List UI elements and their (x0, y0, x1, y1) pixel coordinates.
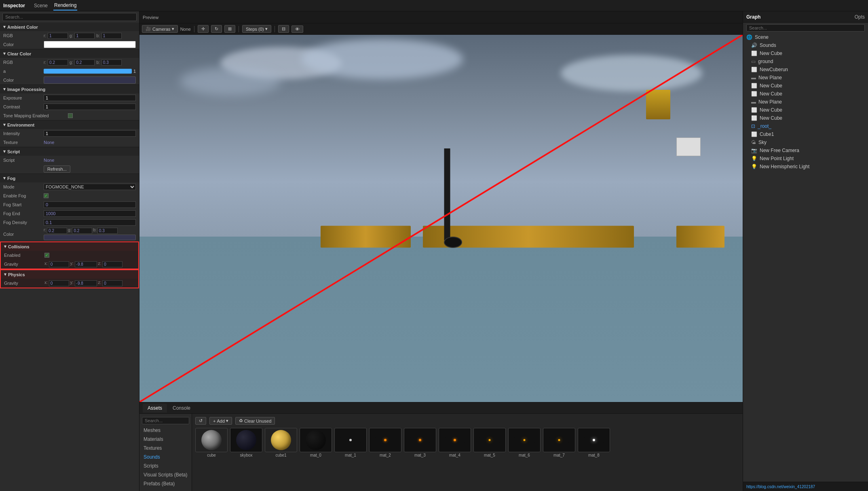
environment-header[interactable]: ▾Environment (0, 121, 139, 129)
refresh-assets-button[interactable]: ↺ (195, 417, 206, 425)
col-grav-x[interactable] (49, 261, 69, 267)
asset-mat3[interactable]: mat_3 (404, 428, 436, 457)
scene-item-root[interactable]: ⊡ _root_ (743, 122, 868, 130)
scene-item-ground[interactable]: ▭ ground (743, 57, 868, 66)
ambient-b[interactable] (101, 33, 122, 39)
cloud-4 (180, 67, 281, 95)
scene-item-plane1[interactable]: ▬ New Plane (743, 74, 868, 82)
asset-cube1[interactable]: cube1 (265, 428, 297, 457)
clear-b[interactable] (101, 59, 122, 66)
category-visual-scripts[interactable]: Visual Scripts (Beta) (139, 470, 192, 479)
fog-section: ▾Fog Mode FOGMODE_NONE Enable Fog Fog St… (0, 174, 139, 241)
tone-mapping-checkbox[interactable] (68, 113, 73, 118)
viewport[interactable] (139, 35, 743, 402)
fog-mode-select[interactable]: FOGMODE_NONE (44, 184, 136, 190)
asset-mat5[interactable]: mat_5 (473, 428, 506, 457)
clear-color-header[interactable]: ▾Clear Color (0, 49, 139, 58)
cube-icon-4: ⬜ (751, 107, 757, 113)
asset-mat8[interactable]: mat_8 (578, 428, 610, 457)
tab-rendering[interactable]: Rendering (53, 1, 77, 11)
scene-item-sky[interactable]: 🌤 Sky (743, 138, 868, 146)
scale-tool[interactable]: ⊞ (224, 25, 235, 33)
assets-search[interactable] (142, 417, 189, 424)
category-textures[interactable]: Textures (139, 444, 192, 453)
scene-item-new-cube-3[interactable]: ⬜ New Cube (743, 90, 868, 98)
asset-skybox[interactable]: skybox (230, 428, 262, 457)
refresh-button[interactable]: Refresh... (44, 165, 70, 173)
ambient-r[interactable] (48, 33, 68, 39)
scene-item-scene[interactable]: 🌐 Scene (743, 33, 868, 41)
clear-color-swatch[interactable] (44, 76, 136, 84)
asset-mat2[interactable]: mat_2 (369, 428, 401, 457)
steps-button[interactable]: Steps (0) ▾ (242, 25, 271, 33)
fog-header[interactable]: ▾Fog (0, 174, 139, 182)
phys-grav-y[interactable] (75, 280, 97, 286)
ambient-color-header[interactable]: ▾Ambient Color (0, 23, 139, 31)
fog-end[interactable] (44, 210, 136, 217)
ambient-g[interactable] (74, 33, 95, 39)
clear-unused-button[interactable]: ♻ Clear Unused (235, 417, 275, 425)
asset-mat1[interactable]: mat_1 (334, 428, 367, 457)
graph-search[interactable] (746, 24, 865, 32)
exposure-input[interactable] (44, 95, 136, 101)
grid-toggle[interactable]: ⊟ (278, 25, 289, 33)
contrast-input[interactable] (44, 104, 136, 110)
asset-mat0[interactable]: mat_0 (300, 428, 332, 457)
scene-item-new-cube-4[interactable]: ⬜ New Cube (743, 106, 868, 114)
col-grav-y[interactable] (75, 261, 97, 267)
fog-g[interactable] (72, 228, 92, 234)
scene-item-hemi-light[interactable]: 💡 New Hemispheric Light (743, 163, 868, 171)
inspector-search[interactable] (2, 13, 137, 21)
rotate-tool[interactable]: ↻ (211, 25, 222, 33)
scene-label-newcube3: New Cube (760, 91, 782, 97)
scene-item-new-cube-5[interactable]: ⬜ New Cube (743, 114, 868, 122)
assets-tab[interactable]: Assets (143, 404, 167, 413)
console-tab[interactable]: Console (168, 404, 195, 413)
light-bulb (444, 237, 462, 248)
fog-color-swatch[interactable] (44, 235, 136, 240)
fog-r[interactable] (47, 228, 67, 234)
scene-item-plane2[interactable]: ▬ New Plane (743, 98, 868, 106)
image-processing-header[interactable]: ▾Image Processing (0, 85, 139, 93)
scene-item-cube1[interactable]: ⬜ Cube1 (743, 130, 868, 138)
cloud-2 (301, 39, 463, 79)
ambient-color-swatch[interactable] (44, 41, 136, 48)
asset-mat4[interactable]: mat_4 (439, 428, 471, 457)
collisions-header[interactable]: ▾Collisions (1, 242, 138, 251)
scene-item-point-light[interactable]: 💡 New Point Light (743, 154, 868, 163)
fog-density[interactable] (44, 219, 136, 226)
tab-scene[interactable]: Scene (33, 1, 49, 10)
category-scripts[interactable]: Scripts (139, 461, 192, 470)
clear-g[interactable] (74, 59, 95, 66)
scene-item-new-cube-1[interactable]: ⬜ New Cube (743, 49, 868, 57)
eye-toggle[interactable]: 👁 (291, 25, 303, 33)
asset-cube[interactable]: cube (195, 428, 228, 457)
scene-item-new-cube-2[interactable]: ⬜ New Cube (743, 82, 868, 90)
fog-enable-checkbox[interactable] (44, 193, 49, 198)
add-button[interactable]: + Add ▾ (209, 417, 232, 425)
scene-item-free-camera[interactable]: 📷 New Free Camera (743, 146, 868, 154)
col-grav-z[interactable] (102, 261, 122, 267)
category-meshes[interactable]: Meshes (139, 426, 192, 435)
collisions-enabled-checkbox[interactable] (44, 253, 49, 258)
asset-mat6[interactable]: mat_6 (508, 428, 541, 457)
chevron-down-icon: ▾ (172, 26, 174, 32)
opts-button[interactable]: Opts (855, 14, 865, 20)
scene-item-newcuberun[interactable]: ⬜ NewCuberun (743, 66, 868, 74)
fog-b[interactable] (97, 228, 118, 234)
phys-grav-x[interactable] (49, 280, 69, 286)
inspector-header: Inspector Scene Rendering (0, 0, 868, 11)
move-tool[interactable]: ✛ (198, 25, 209, 33)
category-materials[interactable]: Materials (139, 435, 192, 444)
phys-grav-z[interactable] (102, 280, 122, 286)
fog-start[interactable] (44, 201, 136, 208)
scene-item-sounds[interactable]: 🔊 Sounds (743, 41, 868, 49)
category-sounds[interactable]: Sounds (139, 453, 192, 461)
physics-header[interactable]: ▾Physics (1, 270, 138, 279)
asset-mat7[interactable]: mat_7 (543, 428, 575, 457)
env-intensity[interactable] (44, 130, 136, 137)
cameras-button[interactable]: 🎥 Cameras ▾ (142, 25, 178, 33)
script-header[interactable]: ▾Script (0, 147, 139, 156)
category-prefabs[interactable]: Prefabs (Beta) (139, 479, 192, 488)
clear-r[interactable] (48, 59, 68, 66)
